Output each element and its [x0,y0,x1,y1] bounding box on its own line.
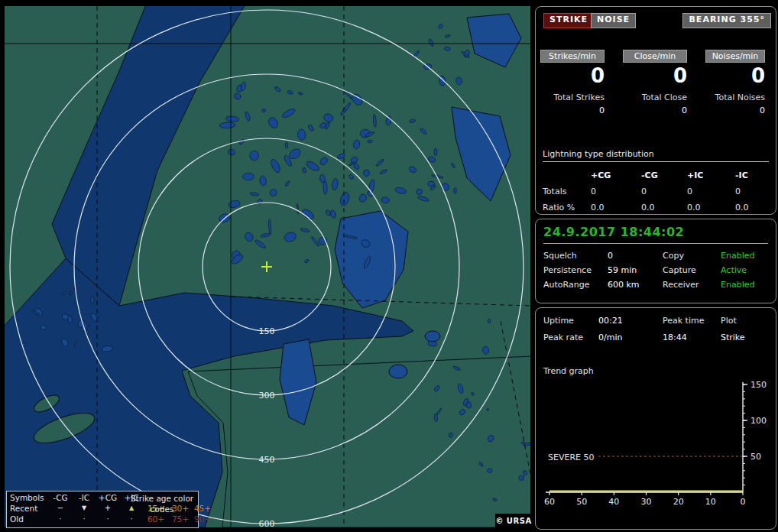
axis-tick-label: 100 [750,416,767,426]
ring-label-150: 150 [259,326,275,336]
symbol-old-neg-ic-icon: · [73,514,96,524]
axis-tick-label: 30 [641,497,652,507]
center-cross-icon [261,261,272,272]
copy-label: Copy [663,251,721,261]
strike-toggle-button[interactable]: STRIKE [543,13,594,28]
plot-label: Plot [721,316,768,326]
dist-ratio-pcg: 0.0 [591,203,641,212]
total-strikes-value: 0 [540,105,605,115]
persistence-value: 59 min [608,265,663,275]
lightning-monitor-app: { "colors": { "land": "#2b5e52", "sea": … [0,0,778,532]
symbol-neg-ic-icon: ▼ [73,503,96,514]
copy-status: Enabled [721,251,768,261]
strikes-per-min-value: 0 [540,64,605,87]
age-45: 45+ [192,503,213,514]
peak-rate-value: 0/min [598,332,663,342]
symbol-old-pos-ic-icon: · [120,514,143,524]
axis-tick-label: 10 [705,497,716,507]
noises-counter: Noises/min 0 Total Noises 0 [705,50,765,115]
symbol-neg-cg-icon: − [48,503,73,514]
close-per-min-chip: Close/min [623,50,687,63]
trend-graph-title: Trend graph [543,366,594,376]
legend-symbols-title: Symbols [7,492,48,503]
age-75: 75+ [169,514,192,524]
ring-label-600: 600 [259,519,275,527]
noises-per-min-value: 0 [705,64,765,87]
legend-col-pcg: +CG [96,492,120,503]
close-per-min-value: 0 [623,64,687,87]
distribution-title: Lightning type distribution [543,149,769,162]
status-panel: 24.9.2017 18:44:02 Squelch 0 Copy Enable… [535,219,776,303]
receiver-status: Enabled [721,280,768,290]
dist-col-nic: -IC [735,170,769,180]
uptime-value: 00:21 [598,316,663,326]
land-estonia-coast [188,356,530,527]
legend-col-nic: -IC [73,492,96,503]
axis-tick-label: 50 [750,452,761,462]
bearing-button[interactable]: BEARING 355° [682,13,771,28]
dist-totals-pcg: 0 [591,187,641,196]
dist-ratio-label: Ratio % [543,203,591,212]
symbol-old-neg-cg-icon: · [48,514,73,524]
age-90: 90+ [192,514,213,524]
dist-col-pic: +IC [687,170,735,180]
axis-tick-label: 20 [673,497,684,507]
dist-ratio-pic: 0.0 [687,203,735,212]
capture-label: Capture [663,265,721,275]
axis-tick-label: 40 [608,497,619,507]
axis-tick-label: 60 [544,497,555,507]
total-close-value: 0 [623,105,687,115]
small-lake [389,365,407,378]
squelch-value: 0 [608,251,663,261]
lake-ladoga [335,211,408,308]
symbol-pos-cg-icon: + [96,503,120,514]
persistence-label: Persistence [543,265,608,275]
dist-totals-ncg: 0 [641,187,687,196]
capture-status: Active [721,265,768,275]
dist-col-ncg: -CG [641,170,687,180]
lake-onega-south [452,107,511,201]
small-lake [425,331,440,342]
strikes-per-min-chip: Strikes/min [540,50,605,63]
legend-age-title: Strike age color codes [128,493,196,504]
symbol-old-pos-cg-icon: · [96,514,120,524]
sea-gulf-of-bothnia [52,6,245,306]
trend-graph: 501001506050403020100 [540,380,771,527]
legend-box: Strike age color codes Symbols -CG -IC +… [6,491,199,528]
peak-time-value: 18:44 [663,332,721,342]
age-60: 60+ [143,514,169,524]
dist-totals-pic: 0 [687,187,735,196]
trend-panel: Uptime 00:21 Peak time Plot Peak rate 0/… [535,307,776,530]
ring-label-450: 450 [259,455,275,465]
dist-totals-label: Totals [543,187,591,196]
axis-tick-label: 50 [576,497,587,507]
receiver-label: Receiver [663,280,721,290]
map-svg: 150 300 450 600 [5,6,530,527]
lightning-map: 150 300 450 600 Strike age color codes S… [5,6,530,527]
legend-col-ncg: -CG [48,492,73,503]
close-counter: Close/min 0 Total Close 0 [623,50,687,115]
total-noises-value: 0 [705,105,765,115]
ring-label-300: 300 [259,391,275,401]
noise-toggle-button[interactable]: NOISE [591,13,636,28]
peak-time-label: Peak time [663,316,721,326]
dist-col-pcg: +CG [591,170,641,180]
dist-ratio-ncg: 0.0 [641,203,687,212]
total-strikes-label: Total Strikes [540,92,605,102]
dist-totals-nic: 0 [735,187,769,196]
total-close-label: Total Close [623,92,687,102]
noises-per-min-chip: Noises/min [705,50,765,63]
plot-mode-value: Strike [721,332,768,342]
legend-recent-label: Recent [7,503,48,514]
symbol-pos-ic-icon: ▲ [120,503,143,514]
copyright-badge: © URSA [495,514,532,527]
lightning-type-distribution: Lightning type distribution +CG -CG +IC … [543,149,769,212]
axis-tick-label: 150 [750,380,767,390]
squelch-label: Squelch [543,251,608,261]
lake-onega-north [467,14,521,67]
counters-panel: STRIKE NOISE BEARING 355° Strikes/min 0 … [535,6,776,215]
uptime-label: Uptime [543,316,598,326]
autorange-value: 600 km [608,280,663,290]
autorange-label: AutoRange [543,280,608,290]
total-noises-label: Total Noises [705,92,765,102]
